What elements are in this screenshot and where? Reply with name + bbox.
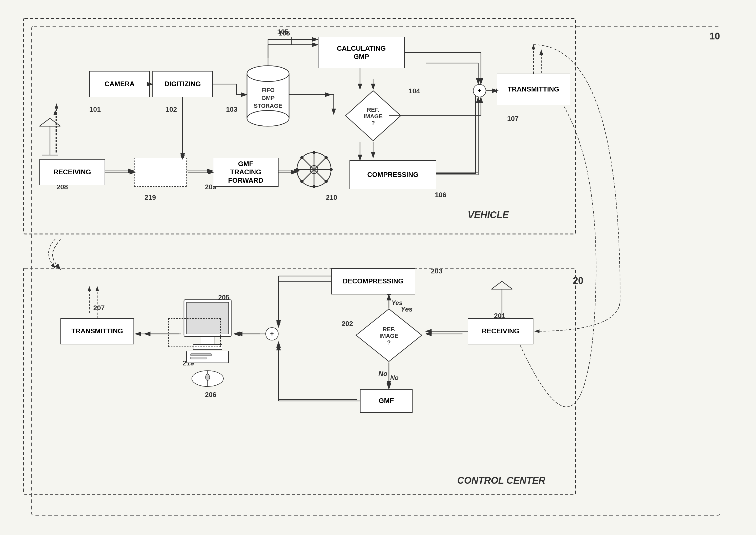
svg-text:Yes: Yes [392, 299, 403, 306]
svg-line-102 [491, 281, 502, 289]
svg-line-96 [40, 118, 50, 126]
antenna-cc [489, 273, 515, 322]
summing-circle-vehicle: + [473, 84, 486, 97]
svg-point-119 [205, 374, 210, 380]
svg-text:20: 20 [573, 275, 583, 286]
svg-text:IMAGE: IMAGE [379, 333, 398, 339]
svg-rect-2 [24, 18, 576, 234]
digitizing-box: DIGITIZING [152, 71, 213, 97]
svg-text:No: No [378, 370, 388, 378]
svg-point-89 [330, 168, 333, 171]
svg-line-97 [50, 118, 61, 126]
svg-text:STORAGE: STORAGE [254, 102, 282, 109]
calculating-gmp-box: CALCULATINGGMP [318, 37, 405, 68]
svg-text:CONTROL CENTER: CONTROL CENTER [457, 475, 545, 486]
svg-text:102: 102 [166, 105, 177, 113]
svg-text:REF.: REF. [367, 106, 379, 113]
svg-point-87 [312, 185, 315, 188]
svg-text:210: 210 [326, 193, 337, 201]
svg-rect-116 [191, 357, 206, 359]
dashed-box-219-prime [168, 318, 221, 347]
svg-text:GMP: GMP [261, 95, 275, 101]
svg-point-91 [325, 180, 328, 183]
svg-text:No: No [390, 374, 399, 381]
svg-text:VEHICLE: VEHICLE [468, 210, 509, 220]
ref-image-diamond-cc: REF. IMAGE ? [355, 308, 423, 363]
dashed-box-219 [134, 158, 187, 187]
svg-text:219: 219 [145, 193, 156, 201]
svg-text:106: 106 [435, 191, 446, 199]
receiving-box-vehicle: RECEIVING [40, 159, 105, 185]
svg-point-90 [300, 156, 304, 159]
svg-text:202: 202 [341, 320, 353, 327]
svg-text:207: 207 [93, 304, 105, 312]
antenna-vehicle [37, 110, 63, 159]
transmitting-box-cc: TRANSMITTING [61, 318, 134, 344]
svg-text:103: 103 [226, 105, 237, 113]
fifo-cylinder: FIFO GMP STORAGE [242, 58, 294, 132]
svg-point-86 [312, 151, 315, 154]
svg-rect-115 [191, 353, 211, 356]
ship-wheel-icon [294, 150, 334, 190]
svg-point-92 [325, 156, 328, 159]
mouse-icon [187, 368, 229, 390]
svg-text:IMAGE: IMAGE [364, 113, 383, 120]
svg-text:101: 101 [89, 105, 101, 113]
svg-text:FIFO: FIFO [261, 87, 275, 93]
gmf-tracing-box: GMFTRACINGFORWARD [213, 158, 279, 187]
transmitting-box-vehicle: TRANSMITTING [497, 73, 570, 105]
svg-text:?: ? [387, 339, 391, 346]
compressing-box: COMPRESSING [349, 160, 436, 189]
summing-circle-cc: + [265, 327, 279, 340]
svg-text:107: 107 [507, 115, 519, 123]
svg-line-103 [502, 281, 512, 289]
svg-point-69 [247, 66, 289, 81]
ref-image-diamond-vehicle: REF. IMAGE ? [331, 89, 415, 142]
receiving-box-cc: RECEIVING [468, 318, 533, 344]
svg-text:105: 105 [277, 28, 288, 36]
svg-text:?: ? [371, 120, 375, 126]
svg-text:203: 203 [431, 267, 442, 275]
gmf-box-cc: GMF [360, 389, 413, 413]
svg-point-70 [247, 110, 289, 126]
svg-text:10: 10 [710, 31, 720, 42]
svg-point-88 [295, 168, 299, 171]
decompressing-box: DECOMPRESSING [331, 268, 415, 295]
svg-point-93 [300, 180, 304, 183]
svg-text:REF.: REF. [383, 326, 395, 333]
diagram-container: 10 VEHICLE CONTROL CENTER 20 105 [16, 11, 739, 523]
svg-text:105: 105 [279, 29, 290, 37]
svg-text:206: 206 [205, 391, 216, 399]
camera-box: CAMERA [89, 71, 150, 97]
